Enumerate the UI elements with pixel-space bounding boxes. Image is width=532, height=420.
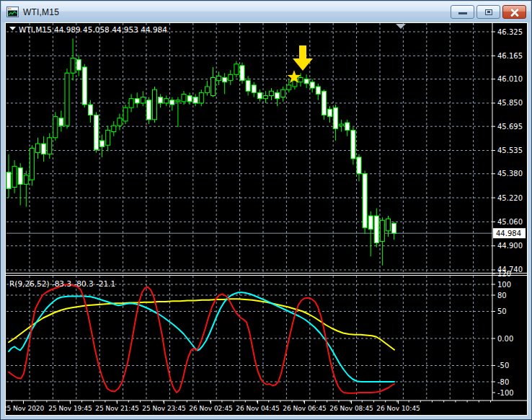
indicator-axis[interactable]: 12010080500.00-50-80-100 [492,270,514,397]
chart-shift-marker-icon [396,24,406,29]
restore-icon [485,9,492,15]
svg-text:26 Nov 04:45: 26 Nov 04:45 [236,405,280,412]
svg-text:50: 50 [497,307,507,315]
candles-layer [6,38,396,265]
svg-text:45.220: 45.220 [497,194,523,202]
svg-text:25 Nov 21:45: 25 Nov 21:45 [95,405,139,412]
svg-text:44.900: 44.900 [497,242,523,250]
window-title: WTI,M15 [23,7,59,17]
svg-text:80: 80 [497,292,507,299]
svg-text:26 Nov 10:45: 26 Nov 10:45 [376,405,420,412]
svg-text:25 Nov 19:45: 25 Nov 19:45 [48,405,92,412]
arrow-down-icon [299,45,306,58]
svg-text:25 Nov 23:45: 25 Nov 23:45 [142,405,186,412]
chart-client-area[interactable]: 46.32546.16546.01045.85045.69545.53545.3… [5,22,528,416]
svg-text:120: 120 [497,270,511,278]
svg-text:0.00: 0.00 [497,335,513,343]
minimize-button[interactable] [451,5,474,19]
wpr-line-slow [9,299,394,350]
chart-dropdown-icon[interactable] [9,27,16,30]
svg-text:25 Nov 2020: 25 Nov 2020 [6,405,45,412]
indicator-header: R(9,26,52) -83.3 -80.3 -21.1 [9,279,115,288]
price-axis[interactable]: 46.32546.16546.01045.85045.69545.53545.3… [492,28,526,274]
svg-text:26 Nov 08:45: 26 Nov 08:45 [329,405,373,412]
svg-text:-50: -50 [497,362,509,369]
svg-text:45.695: 45.695 [497,123,523,131]
restore-button[interactable] [476,5,500,19]
grid-layer [6,23,492,400]
svg-text:46.325: 46.325 [497,28,523,36]
chart-ohlc-header: WTI,M15 44.989 45.058 44.953 44.984 [19,25,167,34]
svg-text:45.535: 45.535 [497,146,523,154]
svg-text:45.060: 45.060 [497,218,523,226]
minimize-icon [458,12,467,14]
svg-text:45.380: 45.380 [497,170,523,178]
svg-text:46.010: 46.010 [497,75,523,83]
title-bar[interactable]: WTI,M15 [1,1,531,22]
svg-text:46.165: 46.165 [497,52,523,60]
time-axis[interactable]: 25 Nov 202025 Nov 19:4525 Nov 21:4525 No… [6,401,491,412]
wpr-line-mid [9,292,394,382]
svg-text:45.850: 45.850 [497,99,523,107]
close-button[interactable] [502,5,526,19]
chart-window-icon [6,6,19,17]
window-controls [451,5,526,19]
svg-text:26 Nov 02:45: 26 Nov 02:45 [189,405,233,412]
svg-text:-100: -100 [497,389,514,397]
svg-text:-80: -80 [497,378,509,386]
chart-svg[interactable]: 46.32546.16546.01045.85045.69545.53545.3… [6,23,527,415]
svg-text:26 Nov 06:45: 26 Nov 06:45 [283,405,327,412]
svg-text:44.984: 44.984 [496,229,521,237]
chart-window: WTI,M15 46.32546.16546.01045.85045.69545… [0,0,532,420]
svg-text:100: 100 [497,281,511,289]
